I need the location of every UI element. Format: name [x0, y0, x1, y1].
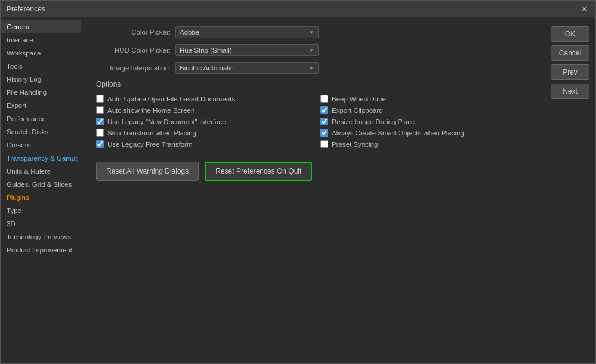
checkbox-legacy-new-doc: Use Legacy "New Document" Interface: [96, 116, 308, 127]
preferences-dialog: Preferences ✕ General Interface Workspac…: [0, 0, 596, 364]
color-picker-row: Color Picker: Adobe Windows: [93, 26, 533, 38]
hud-color-picker-label: HUD Color Picker:: [93, 47, 171, 54]
color-picker-select-wrapper: Adobe Windows: [175, 26, 319, 38]
image-interpolation-select-wrapper: Bicubic Automatic Preserve Details 2.0 U…: [175, 62, 319, 74]
checkbox-auto-update: Auto-Update Open File-based Documents: [96, 93, 308, 104]
legacy-free-transform-checkbox[interactable]: [96, 140, 104, 148]
resize-place-label: Resize Image During Place: [332, 118, 415, 125]
bottom-buttons: Reset All Warning Dialogs Reset Preferen…: [93, 162, 533, 181]
reset-prefs-button[interactable]: Reset Preferences On Quit: [205, 162, 312, 181]
dialog-body: General Interface Workspace Tools Histor…: [1, 17, 595, 363]
sidebar-item-performance[interactable]: Performance: [1, 112, 81, 125]
auto-update-checkbox[interactable]: [96, 95, 104, 103]
next-button[interactable]: Next: [551, 84, 589, 99]
preset-syncing-label: Preset Syncing: [332, 141, 378, 148]
sidebar-item-3d[interactable]: 3D: [1, 217, 81, 230]
sidebar-item-transparency-gamut[interactable]: Transparency & Gamut: [1, 152, 81, 165]
checkbox-legacy-free-transform: Use Legacy Free Transform: [96, 138, 308, 150]
checkbox-preset-syncing: Preset Syncing: [320, 138, 533, 150]
beep-done-checkbox[interactable]: [320, 95, 328, 103]
col1-checkboxes: Auto-Update Open File-based Documents Au…: [96, 93, 308, 150]
preset-syncing-checkbox[interactable]: [320, 140, 328, 148]
reset-warnings-button[interactable]: Reset All Warning Dialogs: [96, 162, 199, 181]
sidebar-item-tools[interactable]: Tools: [1, 60, 81, 73]
legacy-free-transform-label: Use Legacy Free Transform: [107, 141, 193, 148]
hud-color-picker-select-wrapper: Hue Strip (Small) Hue Strip (Medium) Hue…: [175, 44, 319, 56]
image-interpolation-select[interactable]: Bicubic Automatic Preserve Details 2.0 U…: [175, 62, 319, 74]
sidebar-item-product-improvement[interactable]: Product Improvement: [1, 243, 81, 257]
auto-update-label: Auto-Update Open File-based Documents: [107, 95, 235, 103]
checkbox-export-clipboard: Export Clipboard: [320, 104, 533, 116]
export-clipboard-checkbox[interactable]: [320, 106, 328, 114]
sidebar-item-technology-previews[interactable]: Technology Previews: [1, 230, 81, 243]
image-interpolation-label: Image Interpolation:: [93, 64, 171, 72]
legacy-new-doc-label: Use Legacy "New Document" Interface: [107, 118, 226, 125]
resize-place-checkbox[interactable]: [320, 118, 328, 125]
beep-done-label: Beep When Done: [332, 95, 386, 103]
col2-checkboxes: Beep When Done Export Clipboard Resize I…: [320, 93, 533, 150]
home-screen-checkbox[interactable]: [96, 106, 104, 114]
options-section: Options Auto-Update Open File-based Docu…: [93, 80, 533, 150]
ok-button[interactable]: OK: [551, 26, 589, 42]
checkbox-skip-transform: Skip Transform when Placing: [96, 127, 308, 138]
smart-objects-label: Always Create Smart Objects when Placing: [332, 129, 464, 137]
export-clipboard-label: Export Clipboard: [332, 107, 383, 114]
legacy-new-doc-checkbox[interactable]: [96, 118, 104, 125]
options-grid: Auto-Update Open File-based Documents Au…: [93, 93, 533, 150]
sidebar-item-plugins[interactable]: Plugins: [1, 191, 81, 204]
prev-button[interactable]: Prev: [551, 64, 589, 80]
hud-color-picker-row: HUD Color Picker: Hue Strip (Small) Hue …: [93, 44, 533, 56]
close-button[interactable]: ✕: [580, 4, 589, 14]
checkbox-resize-place: Resize Image During Place: [320, 116, 533, 127]
sidebar: General Interface Workspace Tools Histor…: [1, 17, 81, 363]
sidebar-item-interface[interactable]: Interface: [1, 33, 81, 47]
sidebar-item-type[interactable]: Type: [1, 204, 81, 217]
color-picker-label: Color Picker:: [93, 29, 171, 36]
sidebar-item-units-rulers[interactable]: Units & Rulers: [1, 165, 81, 178]
sidebar-item-general[interactable]: General: [1, 20, 81, 33]
sidebar-item-history-log[interactable]: History Log: [1, 73, 81, 86]
checkbox-smart-objects: Always Create Smart Objects when Placing: [320, 127, 533, 138]
dialog-title: Preferences: [7, 5, 45, 13]
right-buttons: OK Cancel Prev Next: [545, 17, 595, 363]
options-label: Options: [93, 80, 533, 88]
sidebar-item-guides-grid-slices[interactable]: Guides, Grid & Slices: [1, 178, 81, 191]
checkbox-beep-done: Beep When Done: [320, 93, 533, 104]
cancel-button[interactable]: Cancel: [551, 45, 589, 61]
main-content: Color Picker: Adobe Windows HUD Color Pi…: [81, 17, 545, 363]
sidebar-item-scratch-disks[interactable]: Scratch Disks: [1, 125, 81, 138]
sidebar-item-export[interactable]: Export: [1, 99, 81, 112]
sidebar-item-file-handling[interactable]: File Handling: [1, 86, 81, 99]
color-picker-select[interactable]: Adobe Windows: [175, 26, 319, 38]
skip-transform-checkbox[interactable]: [96, 129, 104, 137]
hud-color-picker-select[interactable]: Hue Strip (Small) Hue Strip (Medium) Hue…: [175, 44, 319, 56]
smart-objects-checkbox[interactable]: [320, 129, 328, 137]
image-interpolation-row: Image Interpolation: Bicubic Automatic P…: [93, 62, 533, 74]
sidebar-item-workspace[interactable]: Workspace: [1, 47, 81, 60]
checkbox-home-screen: Auto show the Home Screen: [96, 104, 308, 116]
sidebar-item-cursors[interactable]: Cursors: [1, 138, 81, 152]
home-screen-label: Auto show the Home Screen: [107, 107, 194, 114]
title-bar: Preferences ✕: [1, 1, 595, 17]
skip-transform-label: Skip Transform when Placing: [107, 129, 196, 137]
